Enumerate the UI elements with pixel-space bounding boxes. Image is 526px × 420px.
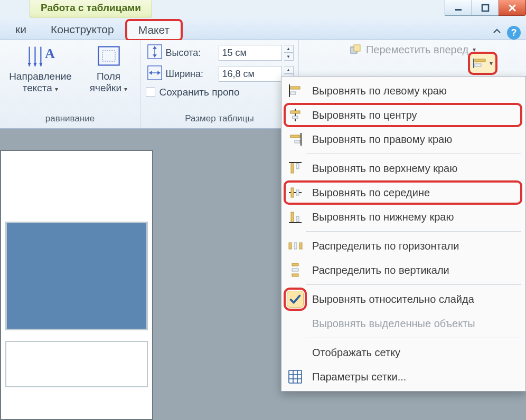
- chevron-down-icon: ▾: [55, 85, 58, 93]
- svg-rect-7: [102, 51, 115, 61]
- svg-rect-1: [482, 5, 489, 11]
- menu-align-right[interactable]: Выровнять по правому краю: [281, 127, 525, 151]
- menu-separator: [306, 231, 521, 232]
- height-label: Высота:: [166, 47, 217, 59]
- align-middle-icon: [287, 184, 304, 201]
- minimize-button[interactable]: [445, 0, 472, 16]
- menu-align-selected: Выровнять выделенные объекты: [281, 311, 525, 336]
- svg-rect-36: [294, 243, 297, 249]
- text-direction-l1: Направление: [9, 71, 72, 82]
- svg-rect-15: [475, 59, 485, 62]
- svg-rect-34: [296, 216, 299, 222]
- tab-design[interactable]: Конструктор: [39, 20, 126, 40]
- align-top-icon: [287, 160, 304, 177]
- align-center-icon: [287, 107, 304, 123]
- group-label-tablesize: Размер таблицы: [185, 113, 254, 126]
- svg-rect-35: [289, 243, 292, 249]
- align-right-icon: [287, 131, 304, 148]
- blank-icon: [287, 344, 304, 361]
- menu-label: Выровнять выделенные объекты: [312, 318, 475, 330]
- lock-aspect-label: Сохранить пропо: [159, 87, 240, 98]
- menu-distribute-h[interactable]: Распределить по горизонтали: [281, 234, 525, 258]
- group-label-alignment: равнивание: [45, 113, 95, 126]
- svg-rect-18: [290, 87, 300, 89]
- svg-rect-22: [293, 116, 298, 119]
- svg-rect-33: [291, 212, 294, 222]
- svg-rect-38: [292, 263, 298, 266]
- contextual-tab-label: Работа с таблицами: [30, 0, 152, 18]
- chevron-down-icon: ▾: [490, 60, 493, 67]
- svg-rect-39: [292, 269, 298, 271]
- grid-icon: [287, 368, 304, 385]
- svg-rect-25: [295, 140, 300, 143]
- menu-label: Выровнять по нижнему краю: [312, 211, 454, 223]
- ribbon-minimize-icon[interactable]: [492, 27, 502, 39]
- help-button[interactable]: ?: [507, 26, 521, 40]
- width-icon: [146, 64, 164, 84]
- svg-rect-30: [291, 188, 294, 197]
- menu-align-top[interactable]: Выровнять по верхнему краю: [281, 156, 525, 180]
- menu-label: Отображать сетку: [312, 347, 400, 359]
- close-button[interactable]: [499, 0, 526, 16]
- cell-margins-l2: ячейки: [90, 82, 121, 93]
- chevron-down-icon: ▾: [124, 85, 127, 93]
- menu-distribute-v[interactable]: Распределить по вертикали: [281, 258, 525, 282]
- menu-label: Выровнять по правому краю: [312, 133, 452, 146]
- tab-strip: ки Конструктор Макет ?: [0, 18, 526, 40]
- slide-thumbnail[interactable]: [5, 341, 148, 387]
- window-controls: [445, 0, 526, 17]
- svg-text:A: A: [45, 46, 55, 61]
- menu-align-middle[interactable]: Выровнять по середине: [281, 180, 525, 205]
- align-left-icon: [287, 82, 304, 99]
- menu-label: Выровнять по середине: [312, 187, 430, 199]
- svg-rect-28: [296, 164, 299, 169]
- blank-icon: [287, 315, 304, 332]
- align-bottom-icon: [287, 208, 304, 225]
- menu-label: Распределить по вертикали: [312, 264, 449, 276]
- distribute-v-icon: [287, 262, 304, 279]
- menu-align-center[interactable]: Выровнять по центру: [281, 103, 525, 127]
- distribute-h-icon: [287, 237, 304, 254]
- height-input[interactable]: 15 см: [219, 45, 282, 61]
- text-direction-button[interactable]: A Направление текста ▾: [6, 43, 75, 94]
- bring-forward-label: Переместить вперед: [366, 44, 468, 56]
- maximize-button[interactable]: [472, 0, 499, 16]
- menu-grid-settings[interactable]: Параметры сетки...: [281, 365, 525, 389]
- svg-rect-24: [290, 135, 300, 138]
- bring-forward-icon: [349, 43, 362, 56]
- checkbox-icon: [146, 88, 155, 97]
- lock-aspect-checkbox[interactable]: Сохранить пропо: [146, 87, 240, 98]
- menu-label: Выровнять по верхнему краю: [312, 163, 457, 175]
- align-button[interactable]: ▾: [468, 52, 497, 75]
- menu-label: Выровнять по левому краю: [312, 85, 447, 97]
- svg-rect-21: [290, 111, 300, 113]
- svg-rect-31: [296, 190, 299, 195]
- slide-thumbnail-panel: [0, 150, 153, 420]
- tab-layout[interactable]: Макет: [126, 20, 182, 40]
- menu-label: Выровнять по центру: [312, 109, 417, 121]
- menu-show-grid[interactable]: Отображать сетку: [281, 340, 525, 365]
- tab-partial[interactable]: ки: [3, 20, 39, 40]
- menu-label: Распределить по горизонтали: [312, 240, 459, 252]
- width-input[interactable]: 16,8 см: [219, 66, 282, 82]
- height-spinner[interactable]: ▲▼: [284, 45, 294, 61]
- align-menu: Выровнять по левому краю Выровнять по це…: [281, 76, 526, 392]
- cell-margins-l1: Поля: [97, 71, 120, 82]
- menu-label: Выровнять относительно слайда: [312, 293, 474, 306]
- svg-rect-27: [291, 164, 294, 173]
- cell-margins-button[interactable]: Поля ячейки ▾: [83, 43, 134, 94]
- align-icon: [473, 56, 489, 70]
- menu-align-bottom[interactable]: Выровнять по нижнему краю: [281, 205, 525, 229]
- svg-rect-6: [98, 47, 119, 65]
- text-direction-icon: A: [26, 43, 55, 69]
- bring-forward-button[interactable]: Переместить вперед ▾: [349, 43, 476, 56]
- svg-rect-19: [290, 92, 296, 94]
- menu-separator: [306, 338, 521, 338]
- menu-align-to-slide[interactable]: Выровнять относительно слайда: [281, 287, 525, 311]
- checkmark-icon: [287, 291, 304, 308]
- slide-thumbnail[interactable]: [5, 222, 148, 330]
- menu-align-left[interactable]: Выровнять по левому краю: [281, 79, 525, 103]
- cell-margins-icon: [96, 43, 121, 69]
- svg-rect-40: [292, 274, 298, 276]
- menu-separator: [306, 154, 521, 154]
